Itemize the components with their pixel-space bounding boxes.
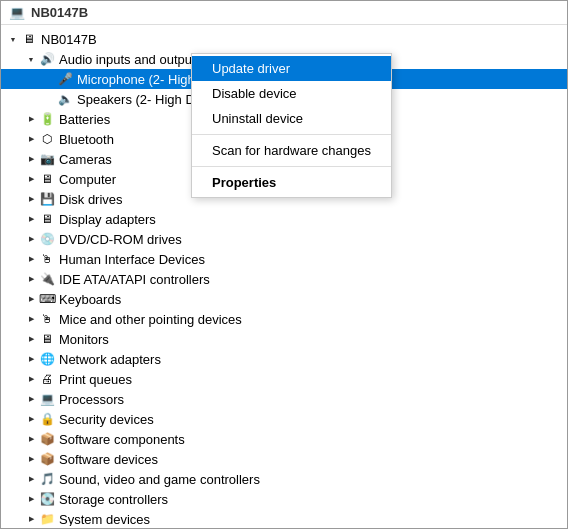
- tree-item-label: Batteries: [59, 112, 110, 127]
- tree-item-softwaredev[interactable]: 📦Software devices: [1, 449, 567, 469]
- menu-separator: [192, 166, 391, 167]
- computer-icon: 🖥: [39, 171, 55, 187]
- disk-icon: 💾: [39, 191, 55, 207]
- tree-item-displayadapters[interactable]: 🖥Display adapters: [1, 209, 567, 229]
- chevron-icon[interactable]: [23, 251, 39, 267]
- speaker-icon: 🔈: [57, 91, 73, 107]
- security-icon: 🔒: [39, 411, 55, 427]
- keyboard-icon: ⌨: [39, 291, 55, 307]
- tree-item-label: Software devices: [59, 452, 158, 467]
- chevron-icon[interactable]: [23, 351, 39, 367]
- tree-item-label: Monitors: [59, 332, 109, 347]
- tree-item-network[interactable]: 🌐Network adapters: [1, 349, 567, 369]
- hid-icon: 🖱: [39, 251, 55, 267]
- tree-item-label: NB0147B: [41, 32, 97, 47]
- ide-icon: 🔌: [39, 271, 55, 287]
- mic-icon: 🎤: [57, 71, 73, 87]
- chevron-icon[interactable]: [23, 291, 39, 307]
- chevron-icon[interactable]: [23, 331, 39, 347]
- context-menu: Update driverDisable deviceUninstall dev…: [191, 53, 392, 198]
- tree-item-label: Human Interface Devices: [59, 252, 205, 267]
- camera-icon: 📷: [39, 151, 55, 167]
- tree-item-hid[interactable]: 🖱Human Interface Devices: [1, 249, 567, 269]
- menu-separator: [192, 134, 391, 135]
- main-area: 🖥NB0147B🔊Audio inputs and outputs🎤Microp…: [1, 25, 567, 526]
- chevron-icon[interactable]: [23, 271, 39, 287]
- tree-item-keyboards[interactable]: ⌨Keyboards: [1, 289, 567, 309]
- window-title: NB0147B: [31, 5, 88, 20]
- chevron-icon[interactable]: [23, 431, 39, 447]
- chevron-icon[interactable]: [23, 311, 39, 327]
- tree-item-label: Storage controllers: [59, 492, 168, 507]
- tree-item-label: Sound, video and game controllers: [59, 472, 260, 487]
- tree-item-label: Disk drives: [59, 192, 123, 207]
- print-icon: 🖨: [39, 371, 55, 387]
- software-icon: 📦: [39, 431, 55, 447]
- chevron-icon[interactable]: [23, 51, 39, 67]
- monitor-icon: 🖥: [39, 331, 55, 347]
- tree-item-label: Bluetooth: [59, 132, 114, 147]
- tree-item-label: Processors: [59, 392, 124, 407]
- tree-item-label: Keyboards: [59, 292, 121, 307]
- chevron-icon[interactable]: [23, 131, 39, 147]
- chevron-icon[interactable]: [23, 111, 39, 127]
- chevron-icon[interactable]: [23, 211, 39, 227]
- chevron-icon[interactable]: [5, 31, 21, 47]
- tree-item-monitors[interactable]: 🖥Monitors: [1, 329, 567, 349]
- chevron-icon[interactable]: [23, 391, 39, 407]
- tree-item-storage[interactable]: 💽Storage controllers: [1, 489, 567, 509]
- chevron-icon[interactable]: [23, 371, 39, 387]
- mice-icon: 🖱: [39, 311, 55, 327]
- audio-icon: 🔊: [39, 51, 55, 67]
- tree-item-processors[interactable]: 💻Processors: [1, 389, 567, 409]
- computer-icon: 🖥: [21, 31, 37, 47]
- title-bar: 💻 NB0147B: [1, 1, 567, 25]
- menu-item-uninstall-device[interactable]: Uninstall device: [192, 106, 391, 131]
- tree-item-mice[interactable]: 🖱Mice and other pointing devices: [1, 309, 567, 329]
- tree-item-root[interactable]: 🖥NB0147B: [1, 29, 567, 49]
- chevron-icon[interactable]: [23, 411, 39, 427]
- chevron-icon[interactable]: [23, 191, 39, 207]
- chevron-icon[interactable]: [23, 451, 39, 467]
- menu-item-properties[interactable]: Properties: [192, 170, 391, 195]
- menu-item-disable-device[interactable]: Disable device: [192, 81, 391, 106]
- tree-item-label: Cameras: [59, 152, 112, 167]
- system-icon: 📁: [39, 511, 55, 526]
- chevron-icon[interactable]: [23, 471, 39, 487]
- menu-item-scan-changes[interactable]: Scan for hardware changes: [192, 138, 391, 163]
- tree-item-print[interactable]: 🖨Print queues: [1, 369, 567, 389]
- chevron-icon[interactable]: [23, 511, 39, 526]
- tree-item-label: Print queues: [59, 372, 132, 387]
- chevron-icon[interactable]: [23, 491, 39, 507]
- tree-item-label: DVD/CD-ROM drives: [59, 232, 182, 247]
- storage-icon: 💽: [39, 491, 55, 507]
- display-icon: 🖥: [39, 211, 55, 227]
- dvd-icon: 💿: [39, 231, 55, 247]
- cpu-icon: 💻: [39, 391, 55, 407]
- computer-icon: 💻: [9, 5, 25, 20]
- chevron-icon[interactable]: [23, 151, 39, 167]
- battery-icon: 🔋: [39, 111, 55, 127]
- tree-item-security[interactable]: 🔒Security devices: [1, 409, 567, 429]
- tree-item-label: Mice and other pointing devices: [59, 312, 242, 327]
- chevron-icon[interactable]: [23, 171, 39, 187]
- tree-item-label: Computer: [59, 172, 116, 187]
- tree-item-ide[interactable]: 🔌IDE ATA/ATAPI controllers: [1, 269, 567, 289]
- tree-item-sound[interactable]: 🎵Sound, video and game controllers: [1, 469, 567, 489]
- tree-item-label: Security devices: [59, 412, 154, 427]
- tree-item-label: Display adapters: [59, 212, 156, 227]
- tree-item-label: Audio inputs and outputs: [59, 52, 202, 67]
- sound-icon: 🎵: [39, 471, 55, 487]
- tree-item-label: IDE ATA/ATAPI controllers: [59, 272, 210, 287]
- tree-item-label: Network adapters: [59, 352, 161, 367]
- tree-item-system[interactable]: 📁System devices: [1, 509, 567, 526]
- software-icon: 📦: [39, 451, 55, 467]
- bluetooth-icon: ⬡: [39, 131, 55, 147]
- network-icon: 🌐: [39, 351, 55, 367]
- tree-item-softwarecomp[interactable]: 📦Software components: [1, 429, 567, 449]
- menu-item-update-driver[interactable]: Update driver: [192, 56, 391, 81]
- tree-item-label: System devices: [59, 512, 150, 527]
- tree-item-dvd[interactable]: 💿DVD/CD-ROM drives: [1, 229, 567, 249]
- tree-item-label: Software components: [59, 432, 185, 447]
- chevron-icon[interactable]: [23, 231, 39, 247]
